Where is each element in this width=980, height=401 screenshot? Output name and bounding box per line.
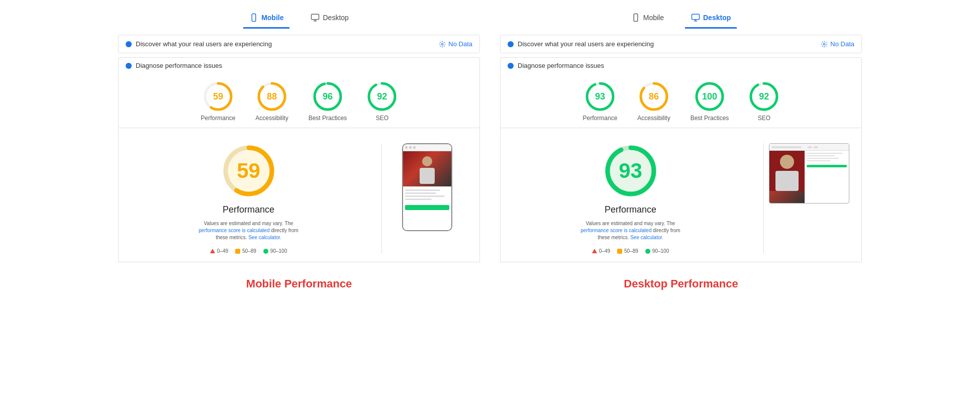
desktop-detail-left: 93 Performance Values are estimated and …: [513, 143, 758, 254]
desktop-no-data[interactable]: No Data: [821, 40, 854, 48]
mobile-score-value-seo: 92: [377, 91, 387, 102]
mobile-legend-range3: 90–100: [270, 248, 287, 254]
desktop-panel: Mobile Desktop Discover what your real u…: [500, 10, 862, 290]
tab-desktop-desktop[interactable]: Desktop: [685, 10, 737, 29]
desktop-score-bestpractices[interactable]: 100 Best Practices: [691, 81, 729, 122]
mobile-detail-right: [387, 143, 467, 231]
desktop-tab-mobile-label: Mobile: [643, 14, 664, 22]
mobile-diagnose-row: Diagnose performance issues: [118, 57, 480, 73]
mobile-legend-circle: [263, 249, 268, 254]
svg-point-5: [442, 43, 444, 45]
desktop-perf-link[interactable]: performance score is calculated: [580, 228, 651, 233]
svg-rect-22: [692, 14, 700, 20]
desktop-mockup-image: [769, 151, 805, 203]
mobile-no-data-label: No Data: [448, 40, 472, 48]
mobile-score-seo[interactable]: 92 SEO: [367, 81, 397, 122]
desktop-tab-desktop-label: Desktop: [703, 14, 731, 22]
desktop-legend-50-89: 50–89: [617, 248, 638, 254]
mobile-person-image: [403, 151, 451, 186]
svg-rect-39: [775, 171, 799, 191]
mobile-panel: Mobile Desktop Discover what your real u…: [118, 10, 480, 290]
tab-desktop-label: Desktop: [323, 14, 348, 22]
svg-point-25: [824, 43, 826, 45]
mobile-score-value-performance: 59: [213, 91, 223, 102]
mobile-divider: [381, 143, 382, 254]
desktop-divider: [763, 143, 764, 254]
desktop-line-1: [807, 153, 843, 154]
desktop-big-circle: 93: [603, 143, 658, 198]
desktop-score-value-seo: 92: [759, 91, 769, 102]
mobile-tabs: Mobile Desktop: [118, 10, 480, 29]
mobile-legend-square: [235, 249, 240, 254]
desktop-score-circle-seo: 92: [749, 81, 779, 112]
mobile-detail-left: 59 Performance Values are estimated and …: [131, 143, 376, 254]
settings-icon: [439, 41, 446, 48]
mobile-score-label-bestpractices: Best Practices: [309, 115, 347, 122]
desktop-score-label-bestpractices: Best Practices: [691, 115, 729, 122]
mobile-perf-link[interactable]: performance score is calculated: [199, 228, 269, 233]
tab-mobile-desktop[interactable]: Desktop: [305, 10, 354, 29]
mobile-no-data[interactable]: No Data: [439, 40, 472, 48]
desktop-mockup-text: [805, 151, 849, 203]
svg-rect-19: [420, 168, 435, 184]
phone-line-3: [405, 195, 445, 197]
desktop-calc-link[interactable]: See calculator.: [630, 235, 663, 240]
desktop-score-value-accessibility: 86: [649, 91, 659, 102]
mobile-calc-link[interactable]: See calculator.: [248, 235, 281, 240]
mobile-score-accessibility[interactable]: 88 Accessibility: [255, 81, 288, 122]
mobile-phone-text: [403, 186, 451, 203]
mobile-detail-card: 59 Performance Values are estimated and …: [118, 128, 480, 262]
mobile-phone-image: [403, 151, 451, 186]
desktop-diagnose-text: Diagnose performance issues: [518, 62, 604, 69]
desktop-scores-card: 93 Performance 86 Accessibility: [500, 73, 862, 128]
mobile-legend-50-89: 50–89: [235, 248, 256, 254]
tab-mobile-mobile[interactable]: Mobile: [243, 10, 289, 29]
desktop-score-accessibility[interactable]: 86 Accessibility: [637, 81, 670, 122]
mobile-score-circle-seo: 92: [367, 81, 397, 112]
svg-point-38: [780, 155, 794, 169]
phone-line-2: [405, 192, 436, 194]
mobile-legend-0-49: 0–49: [210, 248, 228, 254]
mobile-discover-text: Discover what your real users are experi…: [136, 40, 272, 48]
desktop-line-2: [807, 155, 835, 156]
mobile-person-silhouette: [415, 154, 440, 184]
phone-line-4: [405, 198, 432, 200]
desktop-legend-square: [617, 249, 622, 254]
tab-desktop-mobile[interactable]: Mobile: [625, 10, 670, 29]
mobile-phone-mockup: [402, 143, 452, 231]
mobile-legend-row: 0–49 50–89 90–100: [210, 248, 287, 254]
desktop-nav-btn2: [814, 146, 818, 148]
desktop-discover-row: Discover what your real users are experi…: [500, 35, 862, 53]
desktop-score-performance[interactable]: 93 Performance: [583, 81, 618, 122]
desktop-diagnose-dot: [508, 63, 514, 69]
desktop-score-circle-accessibility: 86: [639, 81, 669, 112]
mobile-caption: Mobile Performance: [118, 277, 480, 290]
svg-rect-2: [312, 14, 319, 20]
mobile-discover-dot: [126, 41, 132, 47]
desktop-score-seo[interactable]: 92 SEO: [749, 81, 779, 122]
desktop-score-label-performance: Performance: [583, 115, 618, 122]
desktop-line-4: [807, 160, 831, 161]
desktop-no-data-label: No Data: [830, 40, 854, 48]
desktop-score-label-accessibility: Accessibility: [637, 115, 670, 122]
mobile-big-score-value: 59: [237, 159, 260, 183]
desktop-legend-range3: 90–100: [652, 248, 669, 254]
desktop-legend-range2: 50–89: [624, 248, 638, 254]
desktop-legend-row: 0–49 50–89 90–100: [592, 248, 669, 254]
mobile-legend-90-100: 90–100: [263, 248, 287, 254]
mobile-score-performance[interactable]: 59 Performance: [201, 81, 236, 122]
mobile-legend-range1: 0–49: [217, 248, 228, 254]
desktop-big-score-value: 93: [619, 159, 642, 183]
desktop-legend-0-49: 0–49: [592, 248, 610, 254]
mobile-score-circle-bestpractices: 96: [313, 81, 343, 112]
desktop-addr-bar: [771, 146, 802, 148]
mobile-score-circle-performance: 59: [203, 81, 233, 112]
mobile-score-bestpractices[interactable]: 96 Best Practices: [309, 81, 347, 122]
desktop-mockup-topbar: [769, 144, 849, 151]
desktop-cta-bar: [807, 165, 847, 167]
mobile-legend-range2: 50–89: [242, 248, 256, 254]
mobile-diagnose-dot: [126, 63, 132, 69]
mobile-scores-card: 59 Performance 88 Accessibility: [118, 73, 480, 128]
desktop-mockup: [769, 143, 849, 204]
desktop-detail-title: Performance: [605, 205, 656, 215]
